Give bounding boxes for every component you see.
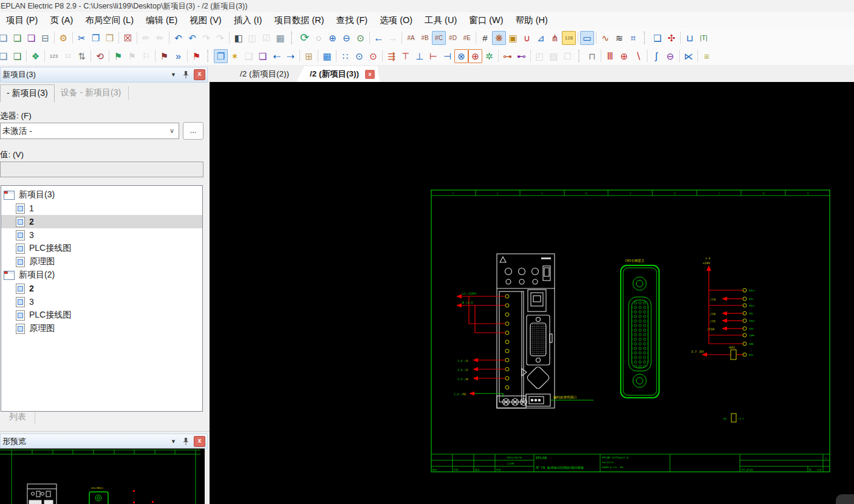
preview-panel-header[interactable]: 形预览 ▼ x [0,434,208,449]
undo-list-icon[interactable]: ↶ [185,31,199,45]
menu-item[interactable]: 项目数据 (R) [268,12,330,29]
tree-page-row[interactable]: 3 [1,228,202,242]
menu-item[interactable]: 帮助 (H) [510,12,554,29]
edit-dialog-icon[interactable]: ▭ [580,31,594,45]
topology-icon[interactable]: ✣ [664,31,678,45]
menu-item[interactable]: 编辑 (E) [140,12,183,29]
number-pages-icon[interactable]: 123 [47,49,61,63]
block-icon[interactable]: ❑ [651,31,664,45]
cut-icon[interactable]: ✂ [75,31,89,45]
tree-page-row[interactable]: 2 [1,282,202,295]
tree-project-row[interactable]: 新项目(2) [1,268,202,282]
menu-item[interactable]: 窗口 (W) [463,12,509,29]
grid-toggle-icon[interactable]: # [478,31,492,45]
interruption-icon[interactable]: ⋉ [681,49,695,63]
connection-group-icon[interactable]: ∷ [338,49,352,63]
text-mode-icon[interactable]: |T| [697,31,711,45]
terminal-4-icon[interactable]: ⊣ [440,49,454,63]
tree-page-row[interactable]: PLC接线图 [1,242,202,255]
value-input[interactable] [0,162,203,177]
document-tab[interactable]: /2 (新项目(3))x [296,66,380,82]
signal-arc-icon[interactable]: ≋ [612,31,626,45]
refresh-icon[interactable]: ⟳ [298,31,312,45]
grid-a-icon[interactable]: #A [404,31,418,45]
grid-d-icon[interactable]: #D [446,31,460,45]
signal-wave-icon[interactable]: ∿ [598,31,612,45]
remove-check-icon[interactable]: ⚑ [190,49,203,63]
wire-numbering-icon[interactable]: ⇶ [384,49,398,63]
check-project-icon[interactable]: ⚑ [111,49,125,63]
zoom-out-icon[interactable]: ⊖ [340,31,354,45]
zoom-100-icon[interactable]: ⊙ [354,31,367,45]
menu-item[interactable]: 项目 (P) [0,12,44,29]
connection-def-icon[interactable]: ⊙ [366,49,380,63]
menu-item[interactable]: 查找 (F) [330,12,374,29]
delete-selection-icon[interactable]: ☒ [121,31,135,45]
tree-page-row[interactable]: 1 [1,202,202,215]
tree-page-row[interactable]: 原理图 [1,255,202,268]
signal-ring-icon[interactable]: ⊖ [663,49,677,63]
terminal-green-icon[interactable]: ✲ [482,49,496,63]
panel-close-icon[interactable]: x [194,69,205,80]
graph-icon[interactable]: ⊿ [534,31,548,45]
filter-more-button[interactable]: ... [183,122,203,140]
zoom-in-icon[interactable]: ⊕ [326,31,340,45]
page-nav-icon[interactable]: ❏ [0,49,10,63]
grid-c-icon[interactable]: #C [432,31,446,45]
filter-combobox[interactable]: 未激活 - ∨ [0,123,179,139]
workspace-icon[interactable]: ◧ [231,31,245,45]
menu-item[interactable]: 页 (A) [44,12,79,29]
tree-page-row[interactable]: PLC接线图 [1,308,202,322]
cable-icon[interactable]: ≡ [700,49,714,63]
tree-page-row[interactable]: 2 [1,215,202,228]
undo-icon[interactable]: ↶ [171,31,185,45]
pages-tree[interactable]: 新项目(3)123PLC接线图原理图新项目(2)23PLC接线图原理图 [1,185,203,412]
grid-b-icon[interactable]: #B [418,31,432,45]
update-connections-icon[interactable]: ⟲ [93,49,107,63]
magnet-icon[interactable]: ∪ [520,31,534,45]
menu-item[interactable]: 视图 (V) [183,12,227,29]
page-export-icon[interactable]: ⇢ [284,49,298,63]
new-page-star-icon[interactable]: ✶ [228,49,242,63]
potential-rails-icon[interactable]: Ⅲ [603,49,617,63]
page-cart-icon[interactable]: ❏ [10,49,24,63]
grid-e-icon[interactable]: #E [460,31,474,45]
branch-icon[interactable]: ⋔ [548,31,562,45]
print-icon[interactable]: ⊟ [38,31,52,45]
menu-item[interactable]: 布局空间 (L) [79,12,140,29]
tree-page-row[interactable]: 3 [1,295,202,308]
connection-point-icon[interactable]: ⊙ [352,49,366,63]
plug-pair-icon[interactable]: ⊶ [500,49,514,63]
tab-pages[interactable]: - 新项目(3) [0,84,55,102]
settings-wrench-icon[interactable]: ⚙ [56,31,70,45]
design-mode-icon[interactable]: ▣ [506,31,520,45]
document-tab[interactable]: /2 (新项目(2)) [227,66,296,82]
copy-page-icon[interactable]: ❐ [214,49,228,63]
paste-icon[interactable]: ❒ [103,31,117,45]
open-window-icon[interactable]: ❏ [10,31,24,45]
device-table-icon[interactable]: ▦ [320,49,334,63]
new-page-icon[interactable]: ❏ [0,31,10,45]
page-import-icon[interactable]: ⇠ [270,49,284,63]
menu-item[interactable]: 插入 (I) [228,12,268,29]
terminal-up-icon[interactable]: ⊕ [468,49,482,63]
tab-devices[interactable]: 设备 - 新项目(3) [55,84,128,101]
panel-dropdown-icon[interactable]: ▼ [167,72,180,78]
editor-canvas[interactable]: 1 2 3 4 5 6 7 8 9 2024/10/26 li199 EPLAN… [210,82,854,504]
panel-pin-icon[interactable] [180,70,192,79]
panel-dropdown-icon[interactable]: ▼ [167,438,180,444]
device-new-icon[interactable]: ⊞ [302,49,316,63]
menu-item[interactable]: 工具 (U) [418,12,463,29]
preview-canvas[interactable]: CN1引脚定义 [0,448,205,504]
sort-pair-icon[interactable]: ⇅ [75,49,89,63]
potential-point-icon[interactable]: ⊕ [617,49,631,63]
signal-curve-icon[interactable]: ʃ [649,49,663,63]
plug-def-icon[interactable]: ⊷ [514,49,528,63]
close-tab-icon[interactable]: x [365,70,375,79]
plugin-icon[interactable]: ❖ [29,49,43,63]
parts-cart-icon[interactable]: ⊔ [683,31,697,45]
potential-slash-icon[interactable]: ∖ [631,49,645,63]
terminal-3-icon[interactable]: ⊢ [426,49,440,63]
tree-project-row[interactable]: 新项目(3) [1,188,202,202]
panel-pin-icon[interactable] [180,437,192,446]
